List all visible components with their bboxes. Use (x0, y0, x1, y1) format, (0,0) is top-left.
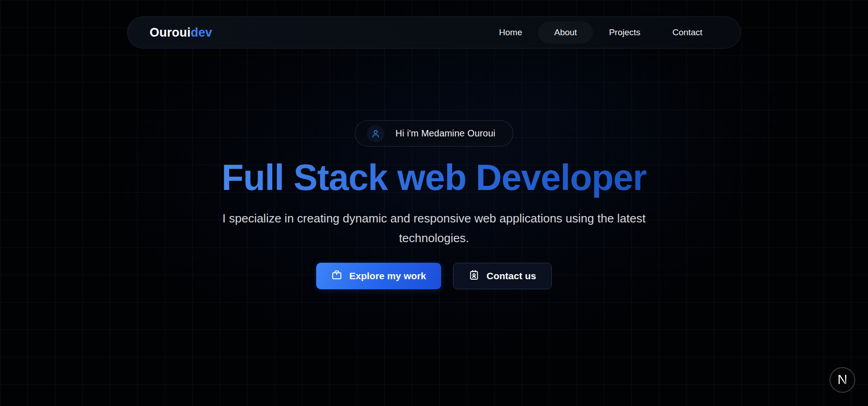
hero-title: Full Stack web Developer (221, 157, 647, 198)
nextjs-dev-indicator[interactable]: N (830, 367, 855, 393)
user-icon (367, 125, 384, 142)
explore-work-button[interactable]: Explore my work (316, 263, 441, 289)
nextjs-logo-icon: N (837, 373, 847, 386)
briefcase-icon (331, 270, 342, 283)
landing-page: Ourouidev Home About Projects Contact Hi… (0, 0, 868, 406)
hero-subtitle: I specialize in creating dynamic and res… (203, 209, 665, 248)
hero-section: Hi i'm Medamine Ouroui Full Stack web De… (0, 0, 868, 289)
contact-card-icon (469, 270, 480, 283)
explore-work-label: Explore my work (349, 271, 426, 281)
contact-us-button[interactable]: Contact us (453, 263, 552, 289)
hero-actions: Explore my work Contact us (316, 263, 552, 289)
intro-badge: Hi i'm Medamine Ouroui (355, 120, 513, 146)
contact-us-label: Contact us (486, 271, 536, 281)
intro-badge-text: Hi i'm Medamine Ouroui (395, 128, 495, 139)
